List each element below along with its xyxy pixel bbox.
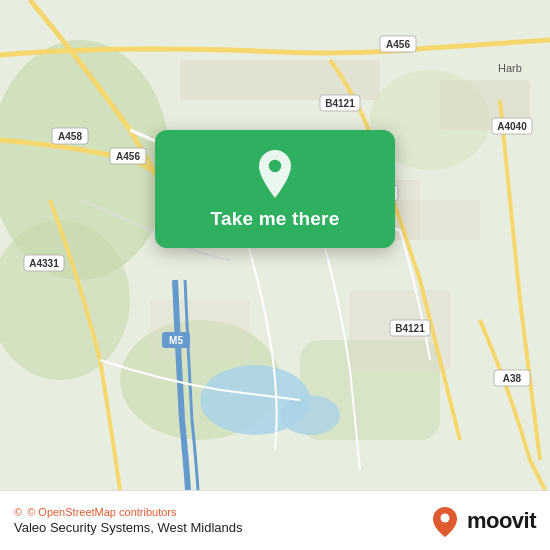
moovit-icon — [429, 505, 461, 537]
moovit-logo: moovit — [429, 505, 536, 537]
svg-text:B4121: B4121 — [325, 98, 355, 109]
svg-point-7 — [280, 395, 340, 435]
svg-text:A456: A456 — [386, 39, 410, 50]
destination-label: Valeo Security Systems, West Midlands — [14, 520, 243, 535]
cta-button-label: Take me there — [211, 208, 340, 230]
moovit-text: moovit — [467, 508, 536, 534]
attribution-symbol: © — [14, 506, 22, 518]
svg-text:A38: A38 — [503, 373, 522, 384]
svg-rect-11 — [150, 300, 250, 360]
svg-text:B4121: B4121 — [395, 323, 425, 334]
cta-card[interactable]: Take me there — [155, 130, 395, 248]
svg-point-36 — [440, 513, 449, 522]
map-container: A456 A456 A458 A4331 B4121 B4121 B4121 A… — [0, 0, 550, 490]
bottom-bar: © © OpenStreetMap contributors Valeo Sec… — [0, 490, 550, 550]
svg-text:A4331: A4331 — [29, 258, 59, 269]
svg-text:M5: M5 — [169, 335, 183, 346]
attribution-text: © OpenStreetMap contributors — [27, 506, 176, 518]
svg-rect-12 — [400, 200, 480, 240]
map-attribution: © © OpenStreetMap contributors — [14, 506, 243, 518]
svg-text:A458: A458 — [58, 131, 82, 142]
svg-text:A456: A456 — [116, 151, 140, 162]
svg-text:A4040: A4040 — [497, 121, 527, 132]
location-pin-icon — [251, 150, 299, 198]
svg-point-35 — [269, 160, 281, 172]
svg-text:Harb: Harb — [498, 62, 522, 74]
